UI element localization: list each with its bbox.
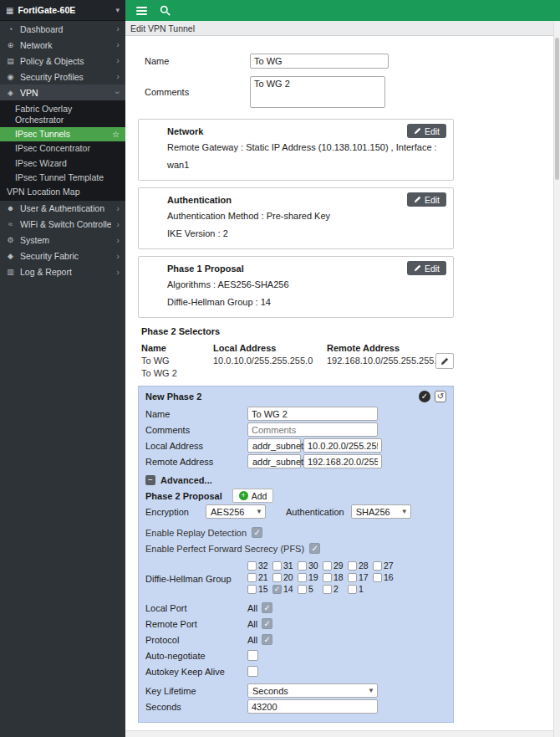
pencil-icon bbox=[414, 264, 421, 272]
sidebar-item-vpn[interactable]: VPN › bbox=[0, 84, 125, 100]
replay-detection-checkbox[interactable] bbox=[252, 527, 262, 538]
phase2-selectors-header: Name Local Address Remote Address bbox=[138, 341, 454, 354]
page-title: Edit VPN Tunnel bbox=[130, 23, 195, 33]
horizontal-scrollbar[interactable] bbox=[125, 730, 553, 737]
chevron-right-icon: › bbox=[116, 268, 120, 277]
auto-negotiate-label: Auto-negotiate bbox=[145, 651, 247, 661]
chevron-down-icon: ▼ bbox=[364, 687, 374, 694]
sidebar-item-ipsec-concentrator[interactable]: IPsec Concentrator bbox=[0, 141, 125, 156]
remote-address-input[interactable] bbox=[303, 454, 382, 468]
appliance-icon bbox=[6, 5, 13, 15]
authentication-select[interactable]: SHA256 ▼ bbox=[351, 504, 411, 519]
autokey-keep-alive-checkbox[interactable] bbox=[247, 666, 258, 677]
vertical-scrollbar[interactable] bbox=[553, 21, 560, 737]
sidebar-item-label: User & Authentication bbox=[20, 203, 111, 213]
phase2-name-input[interactable] bbox=[247, 407, 378, 421]
local-port-all-checkbox[interactable] bbox=[262, 602, 272, 613]
dh-checkbox-1[interactable] bbox=[348, 585, 357, 594]
auto-negotiate-checkbox[interactable] bbox=[247, 650, 258, 661]
sidebar-item-security-fabric[interactable]: Security Fabric › bbox=[0, 248, 125, 264]
dh-checkbox-2[interactable] bbox=[323, 585, 332, 594]
table-row[interactable]: To WG 10.0.10.0/255.255.255.0 192.168.10… bbox=[138, 354, 454, 366]
advanced-toggle[interactable]: − Advanced... bbox=[145, 473, 446, 487]
phase2-comments-input[interactable] bbox=[247, 422, 378, 437]
sidebar-item-ipsec-tunnel-template[interactable]: IPsec Tunnel Template bbox=[0, 171, 125, 185]
sidebar-item-fabric-overlay-orchestrator[interactable]: Fabric Overlay Orchestrator bbox=[0, 102, 100, 127]
protocol-all-checkbox[interactable] bbox=[262, 634, 272, 645]
dh-checkbox-18[interactable] bbox=[323, 573, 332, 582]
remote-address-label: Remote Address bbox=[145, 457, 247, 467]
network-card: Network Edit Remote Gateway : Static IP … bbox=[138, 119, 454, 181]
remote-port-all-checkbox[interactable] bbox=[262, 618, 272, 629]
edit-phase1-button[interactable]: Edit bbox=[407, 261, 446, 275]
sidebar-item-label: Security Fabric bbox=[20, 251, 111, 261]
dh-checkbox-32[interactable] bbox=[247, 561, 257, 571]
chevron-down-icon: ▼ bbox=[252, 508, 262, 515]
dh-checkbox-14[interactable] bbox=[272, 585, 282, 594]
network-card-title: Network bbox=[145, 126, 203, 136]
encryption-select[interactable]: AES256 ▼ bbox=[206, 504, 266, 519]
dh-checkbox-5[interactable] bbox=[298, 585, 307, 594]
topbar bbox=[125, 0, 560, 21]
sidebar-item-dashboard[interactable]: Dashboard › bbox=[0, 21, 125, 37]
sidebar-item-ipsec-wizard[interactable]: IPsec Wizard bbox=[0, 156, 125, 171]
dh-checkbox-28[interactable] bbox=[348, 561, 357, 571]
sidebar-item-user-authentication[interactable]: User & Authentication › bbox=[0, 201, 125, 217]
dh-checkbox-20[interactable] bbox=[272, 573, 282, 582]
dh-checkbox-27[interactable] bbox=[373, 561, 382, 571]
vpn-submenu: Fabric Overlay Orchestrator IPsec Tunnel… bbox=[0, 100, 125, 201]
phase2-selectors: Phase 2 Selectors Name Local Address Rem… bbox=[138, 326, 454, 379]
tunnel-name-input[interactable] bbox=[250, 54, 389, 69]
dh-checkbox-29[interactable] bbox=[323, 561, 332, 571]
encryption-label: Encryption bbox=[145, 507, 199, 517]
sidebar-item-policy-objects[interactable]: Policy & Objects › bbox=[0, 53, 125, 69]
chevron-down-icon: ▼ bbox=[398, 508, 408, 515]
menu-toggle-icon[interactable] bbox=[136, 7, 147, 15]
seconds-input[interactable] bbox=[247, 699, 378, 714]
key-lifetime-select[interactable]: Seconds ▼ bbox=[247, 683, 378, 698]
protocol-label: Protocol bbox=[145, 635, 247, 645]
remote-port-label: Remote Port bbox=[145, 619, 247, 629]
table-row[interactable]: To WG 2 bbox=[138, 366, 454, 379]
chevron-right-icon: › bbox=[116, 220, 120, 229]
pfs-checkbox[interactable] bbox=[309, 543, 320, 554]
sidebar-item-vpn-location-map[interactable]: VPN Location Map bbox=[0, 185, 125, 199]
dh-checkbox-15[interactable] bbox=[247, 585, 257, 594]
dh-checkbox-21[interactable] bbox=[247, 573, 257, 582]
sidebar-item-wifi-switch-controller[interactable]: WiFi & Switch Controller › bbox=[0, 217, 125, 233]
authentication-card: Authentication Edit Authentication Metho… bbox=[138, 187, 454, 249]
search-icon[interactable] bbox=[160, 5, 171, 16]
system-icon bbox=[6, 236, 15, 244]
tunnel-name-label: Name bbox=[138, 56, 250, 66]
dh-checkbox-17[interactable] bbox=[348, 573, 357, 582]
device-selector[interactable]: FortiGate-60E ▾ bbox=[0, 0, 125, 21]
sidebar-item-label: WiFi & Switch Controller bbox=[20, 219, 111, 229]
dh-checkbox-30[interactable] bbox=[298, 561, 307, 571]
remote-address-type-select[interactable]: addr_subnet ▼ bbox=[247, 454, 301, 468]
add-proposal-button[interactable]: + Add bbox=[232, 489, 274, 503]
sidebar-item-network[interactable]: Network › bbox=[0, 37, 125, 53]
edit-network-button[interactable]: Edit bbox=[407, 124, 446, 138]
main-content: Name Comments To WG 2 Network Edit Remot… bbox=[125, 36, 553, 730]
autokey-keep-alive-label: Autokey Keep Alive bbox=[145, 667, 247, 677]
tunnel-comments-input[interactable]: To WG 2 bbox=[250, 76, 385, 108]
security-fabric-icon bbox=[6, 252, 15, 260]
dh-checkbox-19[interactable] bbox=[298, 573, 307, 582]
dh-checkbox-31[interactable] bbox=[272, 561, 282, 571]
log-report-icon bbox=[6, 268, 15, 276]
edit-authentication-button[interactable]: Edit bbox=[407, 192, 446, 207]
seconds-label: Seconds bbox=[145, 702, 247, 712]
sidebar: FortiGate-60E ▾ Dashboard › Network › Po… bbox=[0, 0, 125, 737]
sidebar-item-system[interactable]: System › bbox=[0, 233, 125, 248]
scrollbar-thumb[interactable] bbox=[555, 38, 559, 180]
sidebar-item-ipsec-tunnels[interactable]: IPsec Tunnels ☆ bbox=[0, 127, 125, 141]
dh-checkbox-16[interactable] bbox=[373, 573, 382, 582]
confirm-phase2-icon[interactable]: ✓ bbox=[419, 391, 430, 402]
replay-detection-label: Enable Replay Detection bbox=[145, 528, 247, 538]
pfs-label: Enable Perfect Forward Secrecy (PFS) bbox=[145, 544, 304, 554]
local-address-type-select[interactable]: addr_subnet ▼ bbox=[247, 438, 301, 453]
sidebar-item-log-report[interactable]: Log & Report › bbox=[0, 264, 125, 280]
sidebar-item-security-profiles[interactable]: Security Profiles › bbox=[0, 69, 125, 84]
local-address-input[interactable] bbox=[303, 438, 382, 453]
undo-phase2-icon[interactable]: ↺ bbox=[435, 391, 446, 402]
